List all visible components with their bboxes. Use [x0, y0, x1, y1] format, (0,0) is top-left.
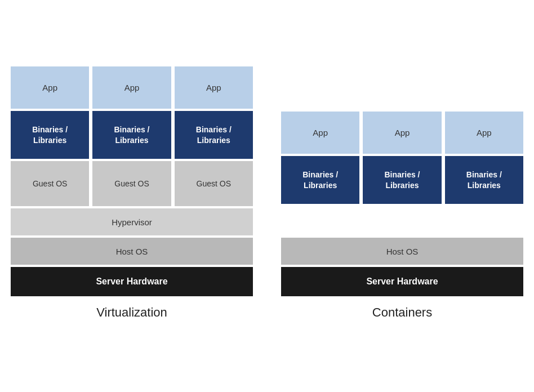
containers-diagram: App App App Binaries /Libraries Binaries…: [281, 112, 523, 320]
virt-guestos-2: Guest OS: [92, 161, 171, 206]
cont-bin-3: Binaries /Libraries: [445, 156, 523, 204]
virt-hostos-row: Host OS: [11, 238, 253, 265]
virt-guestos-row: Guest OS Guest OS Guest OS: [11, 161, 253, 206]
cont-bin-2: Binaries /Libraries: [363, 156, 441, 204]
virtualization-diagram: App App App Binaries /Libraries Binaries…: [11, 66, 253, 320]
virt-bin-3: Binaries /Libraries: [175, 111, 253, 159]
virt-bin-1: Binaries /Libraries: [11, 111, 89, 159]
virt-bin-2: Binaries /Libraries: [92, 111, 171, 159]
virt-guestos-1: Guest OS: [11, 161, 89, 206]
virt-app-1: App: [11, 66, 89, 109]
cont-spacer: [281, 206, 523, 235]
cont-label: Containers: [372, 305, 432, 320]
cont-hardware-row: Server Hardware: [281, 267, 523, 296]
cont-app-row: App App App: [281, 112, 523, 154]
cont-bin-row: Binaries /Libraries Binaries /Libraries …: [281, 156, 523, 204]
cont-bin-1: Binaries /Libraries: [281, 156, 359, 204]
containers-stack: App App App Binaries /Libraries Binaries…: [281, 112, 523, 296]
virt-label: Virtualization: [96, 305, 167, 320]
cont-hostos-row: Host OS: [281, 238, 523, 265]
virt-app-row: App App App: [11, 66, 253, 109]
cont-app-2: App: [363, 112, 441, 154]
virt-hypervisor-row: Hypervisor: [11, 208, 253, 235]
cont-app-3: App: [445, 112, 523, 154]
virt-app-3: App: [175, 66, 253, 109]
virt-app-2: App: [92, 66, 171, 109]
virt-hypervisor: Hypervisor: [11, 208, 253, 235]
cont-hostos: Host OS: [281, 238, 523, 265]
cont-hardware: Server Hardware: [281, 267, 523, 296]
main-container: App App App Binaries /Libraries Binaries…: [0, 55, 534, 337]
cont-app-1: App: [281, 112, 359, 154]
virt-hardware-row: Server Hardware: [11, 267, 253, 296]
virtualization-stack: App App App Binaries /Libraries Binaries…: [11, 66, 253, 296]
virt-hostos: Host OS: [11, 238, 253, 265]
virt-hardware: Server Hardware: [11, 267, 253, 296]
virt-bin-row: Binaries /Libraries Binaries /Libraries …: [11, 111, 253, 159]
virt-guestos-3: Guest OS: [175, 161, 253, 206]
